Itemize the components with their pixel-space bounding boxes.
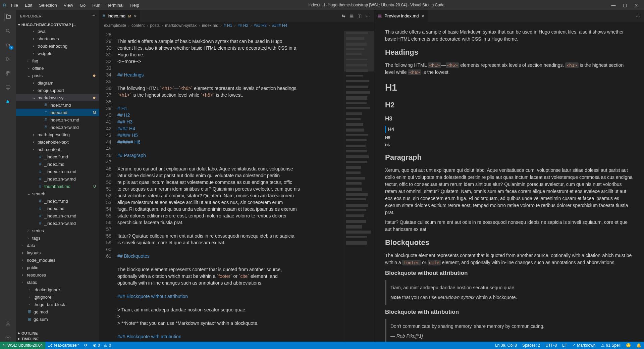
status-bar: ⇋WSL: Ubuntu-20.04 ⎇feat-carousel* ⟳ ⊗0 … (0, 342, 644, 349)
tree-item[interactable]: #index.zh-tw.md (16, 123, 99, 131)
menu-terminal[interactable]: Terminal (104, 1, 126, 9)
tree-item[interactable]: ›math-typesetting (16, 131, 99, 138)
maximize-icon[interactable]: ▢ (623, 3, 627, 8)
tree-item[interactable]: ⌄posts● (16, 72, 99, 79)
tree-item[interactable]: #_index.zh-tw.md (16, 219, 99, 227)
markdown-preview[interactable]: This article offers a sample of basic Ma… (374, 22, 644, 342)
tree-item[interactable]: ›widgets (16, 50, 99, 57)
menu-edit[interactable]: Edit (22, 1, 35, 9)
tree-item[interactable]: #_index.zh-cn.md (16, 212, 99, 219)
status-remote[interactable]: ⇋WSL: Ubuntu-20.04 (0, 342, 45, 349)
tree-item[interactable]: ◦.dockerignore (16, 286, 99, 293)
breadcrumb-item[interactable]: content (131, 23, 145, 28)
code-editor[interactable]: This article offers a sample of basic Ma… (116, 29, 344, 342)
menu-run[interactable]: Run (90, 1, 103, 9)
search-icon[interactable] (4, 27, 12, 35)
account-icon[interactable] (4, 319, 12, 328)
breadcrumb-item[interactable]: #### H4 (272, 23, 287, 28)
file-tree[interactable]: ›pwa›shortcodes›troubleshooting›widgets›… (16, 28, 99, 330)
tree-item[interactable]: ›series (16, 227, 99, 234)
status-notifications[interactable]: 🔔 (634, 343, 644, 348)
status-problems[interactable]: ⊗0 ⚠0 (90, 343, 114, 348)
tree-item[interactable]: #thumbnail.mdU (16, 183, 99, 190)
breadcrumb-item[interactable]: index.md (202, 23, 218, 28)
tree-item[interactable]: ›placeholder-text (16, 138, 99, 146)
tree-item[interactable]: ›pwa (16, 28, 99, 35)
docker-icon[interactable] (4, 97, 12, 105)
menu-file[interactable]: File (8, 1, 21, 9)
split-editor-icon[interactable]: ◫ (358, 13, 362, 18)
open-changes-icon[interactable]: ⇆ (342, 13, 345, 18)
tree-item[interactable]: #_index.md (16, 205, 99, 212)
status-spell[interactable]: ⚠91 Spell (598, 343, 623, 348)
more-icon[interactable]: ⋯ (92, 14, 96, 18)
tab-close-icon[interactable]: × (422, 13, 424, 19)
tree-item[interactable]: ›rich-content (16, 146, 99, 153)
tree-item[interactable]: ›faq (16, 57, 99, 64)
tree-item[interactable]: ⌄markdown-sy...● (16, 94, 99, 101)
tree-item[interactable]: #_index.md (16, 160, 99, 168)
minimap[interactable] (344, 29, 374, 342)
close-icon[interactable]: ✕ (634, 3, 639, 8)
tree-item[interactable]: ›static (16, 279, 99, 286)
workspace-root[interactable]: ▾ HUGO-THEME-BOOTSTRAP [... (16, 22, 99, 28)
tree-item[interactable]: ›offline (16, 64, 99, 72)
breadcrumb-item[interactable]: ### H3 (254, 23, 267, 28)
tree-item[interactable]: ›data (16, 242, 99, 249)
outline-section[interactable]: ▸OUTLINE (16, 330, 99, 336)
tree-item[interactable]: ›troubleshooting (16, 42, 99, 50)
breadcrumb[interactable]: exampleSite›content›posts›markdown-synta… (99, 22, 374, 29)
status-encoding[interactable]: UTF-8 (543, 343, 559, 348)
minimize-icon[interactable]: ― (611, 3, 616, 8)
preview-side-icon[interactable]: ▤ (350, 13, 354, 18)
tree-item[interactable]: ⌄search (16, 190, 99, 197)
breadcrumb-item[interactable]: exampleSite (104, 23, 126, 28)
status-branch[interactable]: ⎇feat-carousel* (45, 343, 82, 348)
breadcrumb-item[interactable]: posts (150, 23, 160, 28)
tree-item[interactable]: #index.zh-cn.md (16, 116, 99, 123)
tree-item[interactable]: #_index.zh-tw.md (16, 175, 99, 183)
tab-index-md[interactable]: # index.md M × (99, 10, 140, 22)
tree-item[interactable]: #_index.zh-cn.md (16, 168, 99, 175)
menu-view[interactable]: View (61, 1, 76, 9)
tree-item[interactable]: #index.mdM (16, 109, 99, 116)
debug-icon[interactable] (4, 55, 12, 63)
tree-item[interactable]: ›emoji-support (16, 87, 99, 94)
breadcrumb-item[interactable]: ## H2 (237, 23, 248, 28)
menu-selection[interactable]: Selection (36, 1, 59, 9)
tree-item[interactable]: #_index.fr.md (16, 153, 99, 160)
status-eol[interactable]: LF (559, 343, 570, 348)
tab-close-icon[interactable]: × (134, 13, 137, 19)
tree-item[interactable]: ⊞go.mod (16, 308, 99, 315)
more-actions-icon[interactable]: ⋯ (636, 13, 640, 18)
status-indent[interactable]: Spaces: 2 (520, 343, 543, 348)
menu-help[interactable]: Help (127, 1, 142, 9)
tree-item[interactable]: ◦.gitignore (16, 293, 99, 301)
tree-item[interactable]: ›tags (16, 234, 99, 242)
extensions-icon[interactable] (4, 69, 12, 77)
scm-icon[interactable]: 7 (4, 41, 12, 49)
explorer-icon[interactable] (4, 13, 12, 21)
tree-item[interactable]: ›layouts (16, 249, 99, 256)
tree-item[interactable]: ›diagram (16, 79, 99, 87)
tree-item[interactable]: ›shortcodes (16, 35, 99, 42)
tab-preview[interactable]: ▤ Preview index.md × (374, 10, 428, 22)
remote-explorer-icon[interactable] (4, 83, 12, 91)
breadcrumb-item[interactable]: markdown-syntax (165, 23, 197, 28)
tree-item[interactable]: ›node_modules (16, 256, 99, 264)
status-feedback[interactable]: 🙂 (623, 343, 634, 348)
breadcrumb-item[interactable]: # H1 (224, 23, 232, 28)
status-language[interactable]: ✓Markdown (570, 343, 598, 348)
tree-item[interactable]: ›resources (16, 271, 99, 279)
tree-item[interactable]: #_index.fr.md (16, 197, 99, 205)
timeline-section[interactable]: ▸TIMELINE (16, 336, 99, 342)
status-sync[interactable]: ⟳ (82, 343, 90, 348)
tree-item[interactable]: ›public (16, 264, 99, 271)
settings-icon[interactable] (4, 334, 12, 342)
tree-item[interactable]: #index.fr.md (16, 101, 99, 109)
tree-item[interactable]: ◦.hugo_build.lock (16, 301, 99, 308)
tree-item[interactable]: ⊞go.sum (16, 315, 99, 323)
menu-go[interactable]: Go (77, 1, 88, 9)
more-actions-icon[interactable]: ⋯ (366, 13, 370, 18)
status-cursor[interactable]: Ln 39, Col 8 (492, 343, 520, 348)
